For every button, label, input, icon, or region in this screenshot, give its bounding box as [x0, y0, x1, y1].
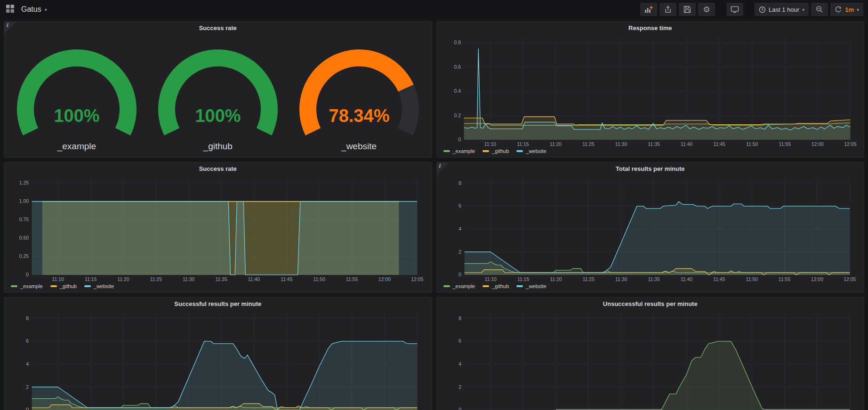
tv-mode-button[interactable]: [726, 3, 743, 16]
gauge-arc: 100%: [8, 40, 145, 140]
legend-item-_example[interactable]: _example: [443, 148, 475, 154]
share-icon: [664, 6, 672, 13]
response-time-chart-area[interactable]: 00.20.40.60.811:1011:1511:2011:2511:3011…: [437, 34, 864, 148]
panel-info-corner[interactable]: i: [437, 162, 449, 175]
svg-text:100%: 100%: [195, 106, 241, 126]
dashboard-title-dropdown[interactable]: Gatus ▾: [21, 5, 47, 14]
refresh-icon: [835, 6, 842, 13]
zoom-out-icon: [816, 6, 823, 13]
panel-title: Unsuccessful results per minute: [603, 300, 698, 307]
legend: _example_github_website: [4, 283, 432, 292]
add-panel-button[interactable]: [640, 3, 657, 16]
panel-header[interactable]: Total results per minute: [437, 162, 864, 175]
panel-info-corner[interactable]: i: [4, 22, 16, 34]
legend: _example_github_website: [437, 148, 864, 157]
gauge-github: 100% _github: [149, 40, 287, 152]
legend-item-_github[interactable]: _github: [482, 283, 509, 289]
svg-text:11:20: 11:20: [117, 277, 129, 282]
save-button[interactable]: [679, 3, 696, 16]
legend-item-_github[interactable]: _github: [482, 148, 509, 154]
svg-text:11:40: 11:40: [248, 277, 260, 282]
time-range-label: Last 1 hour: [769, 6, 799, 13]
legend-series-name: _website: [526, 148, 546, 154]
legend-item-_example[interactable]: _example: [443, 283, 475, 289]
legend-item-_website[interactable]: _website: [516, 283, 546, 289]
svg-text:0: 0: [26, 407, 29, 410]
panel-title: Successful results per minute: [174, 300, 261, 307]
svg-text:8: 8: [458, 316, 461, 321]
zoom-out-button[interactable]: [811, 3, 828, 16]
svg-text:11:35: 11:35: [215, 277, 227, 282]
svg-text:0.4: 0.4: [454, 88, 461, 94]
panel-header[interactable]: Successful results per minute: [4, 297, 432, 310]
legend-series-name: _github: [492, 283, 509, 289]
svg-text:11:15: 11:15: [517, 142, 529, 147]
successful-results-chart: 0246811:1011:1511:2011:2511:3011:3511:40…: [4, 310, 432, 410]
legend-swatch-icon: [482, 150, 489, 152]
panel-header[interactable]: Success rate: [4, 162, 432, 175]
svg-text:11:50: 11:50: [313, 277, 326, 282]
grafana-menu-button[interactable]: [5, 3, 16, 16]
svg-text:0: 0: [458, 137, 461, 142]
legend-series-name: _example: [453, 283, 475, 289]
unsuccessful-results-chart: 0246811:1011:1511:2011:2511:3011:3511:40…: [437, 310, 864, 410]
svg-text:11:55: 11:55: [778, 277, 790, 282]
gauge-website: 78.34% _website: [290, 40, 428, 152]
svg-text:8: 8: [26, 316, 29, 321]
svg-text:11:10: 11:10: [484, 142, 496, 147]
legend-series-name: _github: [60, 283, 77, 289]
svg-text:0: 0: [458, 407, 461, 410]
svg-text:0.25: 0.25: [19, 254, 29, 259]
share-button[interactable]: [659, 3, 676, 16]
dashboard-grid: i Success rate 100% _example 100% _githu…: [0, 19, 868, 410]
svg-text:11:50: 11:50: [746, 277, 758, 282]
legend-item-_website[interactable]: _website: [516, 148, 546, 154]
successful-results-chart-area[interactable]: 0246811:1011:1511:2011:2511:3011:3511:40…: [4, 310, 432, 410]
svg-text:11:45: 11:45: [713, 277, 725, 282]
svg-text:11:30: 11:30: [615, 277, 627, 282]
svg-text:11:40: 11:40: [680, 142, 692, 147]
navbar: Gatus ▾: [0, 0, 868, 19]
panel-header[interactable]: Response time: [437, 22, 864, 34]
refresh-picker[interactable]: 1m ▾: [830, 3, 863, 16]
svg-text:11:45: 11:45: [713, 142, 725, 147]
svg-text:0.6: 0.6: [454, 64, 461, 70]
svg-text:2: 2: [458, 249, 461, 255]
unsuccessful-results-chart-area[interactable]: 0246811:1011:1511:2011:2511:3011:3511:40…: [437, 310, 864, 410]
panel-header[interactable]: Success rate: [4, 22, 432, 34]
chevron-down-icon: ▾: [45, 7, 47, 12]
settings-button[interactable]: ⚙: [698, 3, 715, 16]
svg-text:11:25: 11:25: [582, 277, 595, 282]
svg-text:11:25: 11:25: [582, 142, 595, 147]
legend-item-_github[interactable]: _github: [50, 283, 77, 289]
svg-text:4: 4: [458, 226, 461, 232]
svg-text:11:30: 11:30: [615, 142, 627, 147]
gauge-label: _github: [203, 141, 233, 152]
panel-header[interactable]: Unsuccessful results per minute: [437, 297, 864, 310]
legend-swatch-icon: [11, 285, 17, 287]
legend-swatch-icon: [443, 150, 450, 152]
save-icon: [683, 6, 691, 13]
success-rate-chart-area[interactable]: 00.250.500.751.001.2511:1011:1511:2011:2…: [4, 175, 432, 283]
tv-monitor-icon: [731, 6, 739, 13]
panel-title: Success rate: [199, 165, 237, 172]
svg-text:2: 2: [26, 385, 29, 390]
svg-text:11:10: 11:10: [52, 277, 64, 282]
gauge-row: 100% _example 100% _github 78.34% _websi…: [4, 34, 432, 157]
svg-text:11:35: 11:35: [648, 142, 660, 147]
svg-text:12:05: 12:05: [411, 277, 423, 282]
svg-text:11:40: 11:40: [680, 277, 692, 282]
svg-text:6: 6: [458, 203, 461, 209]
svg-text:0.75: 0.75: [19, 217, 29, 222]
gauge-arc: 100%: [149, 40, 287, 140]
legend-series-name: _website: [94, 283, 114, 289]
svg-text:11:20: 11:20: [549, 142, 562, 147]
dashboard-title: Gatus: [21, 5, 41, 14]
legend-item-_example[interactable]: _example: [11, 283, 43, 289]
legend-item-_website[interactable]: _website: [84, 283, 114, 289]
panel-success-rate-gauges: i Success rate 100% _example 100% _githu…: [4, 21, 432, 158]
time-range-picker[interactable]: Last 1 hour ▾: [755, 3, 809, 16]
total-results-chart-area[interactable]: 0246811:1011:1511:2011:2511:3011:3511:40…: [437, 175, 864, 283]
svg-text:78.34%: 78.34%: [329, 106, 389, 126]
chevron-down-icon: ▾: [802, 7, 804, 12]
